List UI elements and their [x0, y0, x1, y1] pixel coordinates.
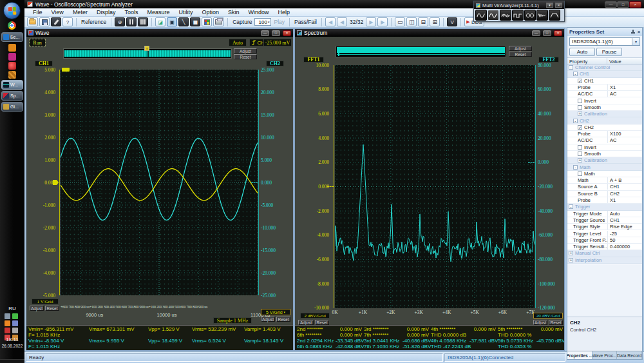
close-button[interactable]: ×: [629, 1, 641, 8]
spectrum-plot[interactable]: [335, 65, 535, 308]
chrome-icon[interactable]: [8, 21, 16, 30]
pan-button[interactable]: ⊕: [115, 17, 125, 26]
property-row[interactable]: Trigger Level-25: [567, 230, 642, 237]
fill-button[interactable]: ■: [190, 17, 200, 26]
property-row[interactable]: Trigger SourceCH1: [567, 217, 642, 224]
property-value[interactable]: X1: [607, 84, 642, 90]
checkbox[interactable]: [578, 105, 582, 110]
fft2-scale-label[interactable]: 20 dBV/Grid: [533, 313, 563, 319]
property-row[interactable]: Source BCH2: [567, 191, 642, 197]
fft2-view-button[interactable]: [488, 10, 499, 21]
menu-item[interactable]: Measure: [142, 9, 174, 15]
property-row[interactable]: Trigger StyleRise Edge: [567, 224, 642, 230]
show-desktop-button[interactable]: [0, 359, 24, 363]
first-frame-button[interactable]: ◀: [325, 17, 336, 26]
reset-button[interactable]: Reset: [276, 317, 290, 322]
property-row[interactable]: AC/DCAC: [567, 91, 642, 97]
property-row[interactable]: Trigger ModeAuto: [567, 211, 642, 217]
properties-panel-header[interactable]: Properties Set ×: [567, 28, 642, 36]
property-row[interactable]: ✓CH1: [567, 78, 642, 84]
property-value[interactable]: 50: [607, 237, 642, 243]
property-value[interactable]: 0.400000: [607, 244, 642, 250]
chevron-down-icon[interactable]: ▾: [632, 38, 639, 45]
expand-icon[interactable]: +: [569, 251, 573, 255]
menu-item[interactable]: File: [28, 9, 47, 15]
voltmeter-button[interactable]: V: [447, 17, 457, 26]
dropdown-button[interactable]: ▾: [546, 3, 553, 8]
tab-data-record[interactable]: Data Record: [617, 351, 642, 359]
am-wave-button[interactable]: [524, 10, 536, 21]
checkbox[interactable]: [578, 145, 582, 150]
menu-item[interactable]: Utility: [174, 9, 197, 15]
trigger-level-label[interactable]: -25.000 mV: [263, 39, 292, 46]
date[interactable]: 26.08.2022: [0, 344, 24, 348]
tray-icon[interactable]: [5, 320, 10, 326]
layout-quad-button[interactable]: ⊞: [430, 17, 440, 26]
property-row[interactable]: +Interpolation: [567, 257, 642, 264]
reset-button[interactable]: Reset: [509, 52, 532, 57]
taskbar-app-browser[interactable]: Бе...: [1, 32, 23, 42]
device-select[interactable]: ISDS205A(1.1)(6) ▾: [569, 37, 640, 46]
taskbar-app-spectrum[interactable]: Sp...: [1, 91, 23, 101]
menu-item[interactable]: Tools: [120, 9, 142, 15]
close-icon[interactable]: ×: [638, 30, 640, 34]
menu-item[interactable]: Skin: [223, 9, 244, 15]
auto-button[interactable]: Auto: [569, 48, 595, 56]
taskbar-icon-amber[interactable]: [8, 71, 16, 79]
volume-icon[interactable]: [12, 328, 18, 333]
layout-horizontal-button[interactable]: ⊟: [418, 17, 428, 26]
property-value[interactable]: CH1: [607, 184, 642, 190]
menu-item[interactable]: Help: [274, 9, 295, 15]
save-button[interactable]: [39, 17, 50, 26]
property-row[interactable]: Math: [567, 171, 642, 177]
erase-button[interactable]: ◪: [155, 17, 166, 26]
prev-frame-button[interactable]: ◀: [337, 17, 347, 26]
layout-vertical-button[interactable]: ◫: [406, 17, 417, 26]
pin-icon[interactable]: [630, 30, 636, 35]
collapse-icon[interactable]: -: [569, 204, 573, 209]
menu-item[interactable]: Meter: [68, 9, 92, 15]
reset-button[interactable]: Reset: [315, 320, 329, 325]
play-button[interactable]: Play: [272, 19, 286, 25]
property-value[interactable]: -25: [607, 231, 642, 237]
property-value[interactable]: X1: [607, 197, 642, 203]
checkbox[interactable]: ✓: [578, 125, 582, 130]
line-draw-button[interactable]: ╲: [178, 17, 189, 26]
minimize-button[interactable]: —: [605, 1, 617, 8]
taskbar-icon-red[interactable]: [8, 62, 16, 70]
ch2-scale-select[interactable]: 5 V/Grid ▾: [261, 309, 290, 315]
help-button[interactable]: ?: [62, 17, 73, 26]
fft1-view-button[interactable]: [475, 10, 487, 21]
wave-window-titlebar[interactable]: Wave — □ ×: [26, 29, 293, 37]
property-row[interactable]: Invert: [567, 144, 642, 151]
adjust-button[interactable]: Adjust: [509, 46, 532, 51]
reference-button[interactable]: Reference: [80, 19, 108, 25]
clock[interactable]: 18:11: [0, 337, 24, 342]
wave-plot[interactable]: [61, 70, 258, 295]
property-row[interactable]: ProbeX100: [567, 131, 642, 137]
tray-icon[interactable]: [5, 313, 10, 319]
close-button[interactable]: ×: [555, 3, 562, 8]
property-value[interactable]: CH2: [607, 191, 642, 197]
close-button[interactable]: ×: [283, 30, 291, 36]
property-row[interactable]: +Calibration: [567, 111, 642, 117]
trigger-position-handle[interactable]: T: [144, 46, 149, 51]
damped-wave-button[interactable]: [536, 10, 548, 21]
square-wave-button[interactable]: [512, 10, 524, 21]
property-row[interactable]: -CH2: [567, 117, 642, 124]
property-row[interactable]: -Math: [567, 164, 642, 170]
menu-item[interactable]: Display: [92, 9, 120, 15]
taskbar-icon-magenta[interactable]: [8, 53, 16, 61]
adjust-button[interactable]: Adjust: [30, 306, 44, 311]
menu-item[interactable]: Option: [197, 9, 223, 15]
spinner-icon[interactable]: ▾: [268, 20, 270, 24]
expand-icon[interactable]: +: [569, 258, 573, 262]
language-indicator[interactable]: RU: [0, 306, 24, 311]
reset-button[interactable]: Reset: [234, 54, 257, 59]
minimize-button[interactable]: —: [261, 30, 269, 36]
value-column-header[interactable]: Value: [607, 58, 623, 64]
checkbox[interactable]: ✓: [578, 79, 582, 83]
collapse-icon[interactable]: -: [573, 72, 578, 76]
analyzer-toolbar-titlebar[interactable]: Multi VirAnalyzer(3.11.4.1) ▾ ×: [474, 1, 564, 9]
taskbar-app-files[interactable]: Gi...: [1, 102, 23, 112]
